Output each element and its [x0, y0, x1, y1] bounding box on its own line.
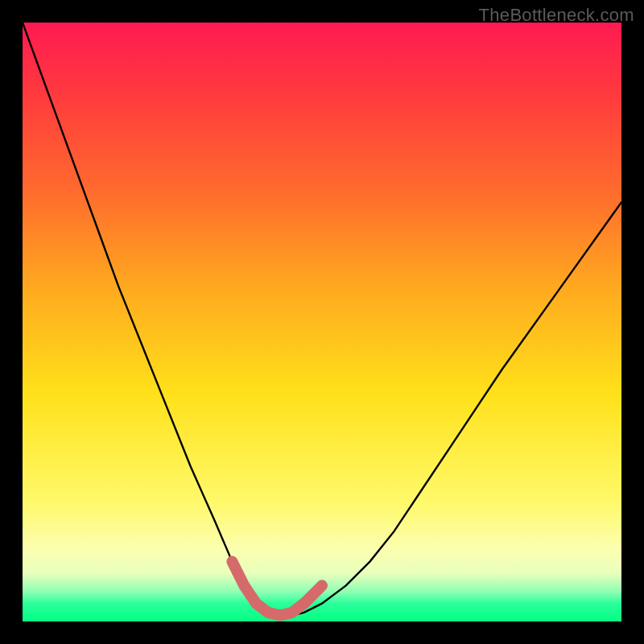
optimal-range-highlight [232, 562, 322, 616]
plot-area [23, 23, 621, 621]
chart-container: TheBottleneck.com [0, 0, 644, 644]
curve-layer [23, 23, 621, 621]
watermark-text: TheBottleneck.com [479, 5, 634, 26]
bottleneck-curve [23, 23, 621, 616]
